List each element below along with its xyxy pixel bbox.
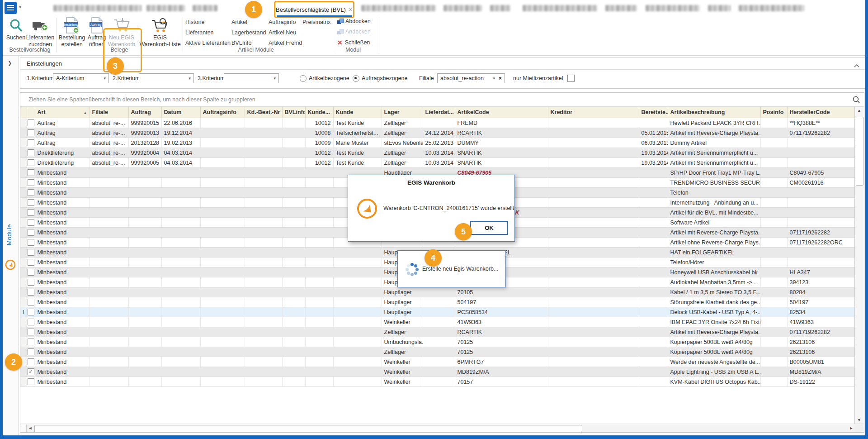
scroll-up-icon[interactable]: ▲ [855, 107, 863, 115]
row-checkbox[interactable] [28, 249, 34, 256]
column-header-lager[interactable]: Lager [382, 107, 423, 118]
hscroll-thumb[interactable] [34, 425, 582, 432]
row-checkbox[interactable] [28, 199, 34, 206]
menu-item-lieferanten[interactable]: Lieferanten [185, 29, 214, 36]
table-row[interactable]: Auftragabsolut_re-...99992001522.06.2016… [20, 118, 855, 128]
chevron-down-icon[interactable]: ▾ [19, 5, 21, 10]
table-row[interactable]: MinbestandZeltlagerRCARTIKArtikel mit Re… [20, 327, 855, 337]
table-row[interactable]: MinbestandUmbuchungsla...70125Kopierpapi… [20, 337, 855, 347]
app-menu-button[interactable] [5, 2, 17, 14]
clear-filter-icon[interactable]: × [499, 75, 502, 81]
menu-item-artikel-fremd[interactable]: Artikel Fremd [269, 40, 302, 46]
tab-bestellvorschlagliste[interactable]: Bestellvorschlagliste (BVL) × [274, 1, 354, 18]
table-row[interactable]: MinbestandHauptlager70105Kabel / 1 m 3,5… [20, 287, 855, 297]
row-checkbox[interactable] [28, 189, 34, 196]
abdocken-button[interactable]: Abdocken [337, 18, 371, 24]
egis-logo-icon[interactable] [5, 259, 16, 272]
chevron-right-icon[interactable]: ❯ [8, 60, 12, 66]
table-row[interactable]: Auftragabsolut_re-...99992001319.12.2014… [20, 128, 855, 138]
column-header-kunde-[interactable]: Kunde... [305, 107, 333, 118]
table-row[interactable]: MinbestandZeltlager70125Kopierpapier 500… [20, 347, 855, 357]
row-checkbox[interactable] [28, 139, 34, 146]
row-checkbox[interactable] [28, 378, 34, 385]
menu-item-aktive-lieferanten[interactable]: Aktive Lieferanten [185, 40, 231, 46]
row-checkbox[interactable] [28, 159, 34, 166]
menu-item-auftraginfo[interactable]: Auftraginfo [269, 19, 296, 25]
row-checkbox[interactable] [28, 229, 34, 236]
artikelbezogene-radio[interactable] [300, 75, 307, 82]
column-header-kunde[interactable]: Kunde [333, 107, 382, 118]
row-checkbox[interactable] [28, 339, 34, 345]
andocken-button[interactable]: Andocken [337, 29, 371, 35]
column-header-kd-best-nr[interactable]: Kd.-Best.-Nr [245, 107, 282, 118]
chevron-up-icon[interactable] [854, 61, 859, 69]
egis-warenkorb-liste-button[interactable]: EGIS Warenkorb-Liste [139, 17, 181, 48]
auftragsbezogene-radio[interactable] [353, 75, 359, 82]
column-header-art[interactable]: Art▲ [35, 107, 90, 118]
table-row[interactable]: MinbestandWeinkeller6PMRTG7Werde der neu… [20, 357, 855, 367]
group-by-bar[interactable]: Ziehen Sie eine Spaltenüberschrift in di… [20, 93, 864, 107]
row-checkbox[interactable] [28, 299, 34, 305]
table-header-row[interactable]: Art▲FilialeAuftragDatumAuftragsinfoKd.-B… [20, 107, 855, 118]
row-checkbox[interactable]: ✓ [28, 368, 34, 375]
menu-item-artikel[interactable]: Artikel [231, 19, 247, 25]
vscroll-thumb[interactable] [856, 117, 863, 186]
row-checkbox[interactable] [28, 239, 34, 246]
column-header-artikelcode[interactable]: ArtikelCode [455, 107, 548, 118]
row-checkbox[interactable] [28, 119, 34, 126]
column-header-posinfo[interactable]: Posinfo [760, 107, 787, 118]
row-checkbox[interactable] [28, 358, 34, 365]
lieferanten-zuordnen-button[interactable]: Lieferanten zuordnen [25, 17, 55, 48]
row-checkbox[interactable] [28, 348, 34, 355]
column-header-filiale[interactable]: Filiale [90, 107, 128, 118]
sidebar-title-module[interactable]: Module [6, 224, 13, 245]
scroll-down-icon[interactable]: ▼ [855, 416, 863, 424]
kriterium3-select[interactable]: ▾ [224, 73, 279, 83]
row-checkbox[interactable] [28, 309, 34, 315]
tab-close-icon[interactable]: × [349, 6, 353, 13]
bestellung-erstellen-button[interactable]: Bestellung Bestellung erstellen [58, 17, 86, 48]
row-checkbox[interactable] [28, 279, 34, 286]
column-header-bereitste-[interactable]: Bereitste... [639, 107, 668, 118]
column-header-lieferdat-[interactable]: Lieferdat... [423, 107, 455, 118]
row-checkbox[interactable] [28, 209, 34, 216]
row-checkbox[interactable] [28, 179, 34, 186]
einstellungen-header[interactable]: Einstellungen [20, 57, 865, 70]
scroll-left-icon[interactable]: ◄ [27, 425, 34, 432]
column-header-bvlinfo[interactable]: BVLinfo [282, 107, 305, 118]
filiale-select[interactable]: absolut_re-action ▾ × [437, 73, 505, 83]
row-checkbox[interactable] [28, 169, 34, 176]
row-checkbox[interactable] [28, 149, 34, 156]
table-row[interactable]: Direktlieferungabsolut_re-...99992000504… [20, 158, 855, 168]
column-header-artikelbeschreibung[interactable]: Artikelbeschreibung [668, 107, 760, 118]
menu-item-preismatrix[interactable]: Preismatrix [302, 19, 331, 25]
table-row[interactable]: IMinbestandHauptlagerPCS858534Delock USB… [20, 307, 855, 317]
horizontal-scrollbar[interactable]: ◄ ► [20, 424, 855, 432]
table-row[interactable]: ✓MinbestandWeinkellerMD819ZM/AApple Ligh… [20, 367, 855, 377]
table-row[interactable]: Direktlieferungabsolut_re-...99992000404… [20, 148, 855, 158]
mietlizenz-checkbox[interactable] [567, 75, 575, 82]
row-checkbox[interactable] [28, 319, 34, 325]
column-header-herstellercode[interactable]: HerstellerCode [787, 107, 855, 118]
row-checkbox[interactable] [28, 269, 34, 276]
grid-search-icon[interactable] [852, 95, 860, 105]
row-checkbox[interactable] [28, 219, 34, 226]
column-header-auftragsinfo[interactable]: Auftragsinfo [200, 107, 245, 118]
column-header-datum[interactable]: Datum [161, 107, 200, 118]
vertical-scrollbar[interactable]: ▲ ▼ [854, 107, 864, 424]
table-row[interactable]: MinbestandWeinkeller70157KVM-Kabel DIGIT… [20, 377, 855, 387]
row-checkbox[interactable] [28, 289, 34, 296]
menu-item-artikel-neu[interactable]: Artikel Neu [269, 29, 296, 36]
menu-item-lagerbestand[interactable]: Lagerbestand [231, 29, 266, 36]
row-checkbox[interactable] [28, 329, 34, 335]
column-header-auftrag[interactable]: Auftrag [128, 107, 161, 118]
suchen-button[interactable]: Suchen [5, 17, 26, 41]
column-header-kreditor[interactable]: Kreditor [548, 107, 639, 118]
table-row[interactable]: MinbestandHauptlager504197Störungsfreie … [20, 297, 855, 307]
schliessen-button[interactable]: ✕ Schließen [337, 39, 370, 46]
ok-button[interactable]: OK [470, 221, 508, 235]
kriterium2-select[interactable]: ▾ [139, 73, 194, 83]
scroll-right-icon[interactable]: ► [848, 425, 855, 432]
menu-item-historie[interactable]: Historie [185, 19, 204, 25]
row-checkbox[interactable] [28, 129, 34, 136]
